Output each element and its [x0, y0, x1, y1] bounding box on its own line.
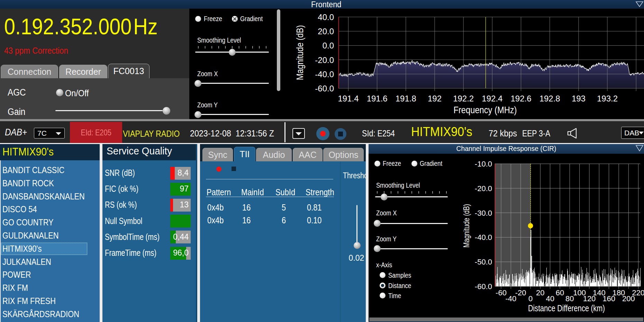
svg-text:-40: -40 [505, 294, 516, 303]
svg-text:120: 120 [583, 294, 596, 303]
svg-text:60: 60 [556, 288, 564, 297]
svg-text:193.2: 193.2 [597, 94, 618, 103]
svg-text:0.0: 0.0 [323, 41, 334, 50]
svg-text:-60: -60 [496, 288, 507, 297]
svg-text:193: 193 [572, 94, 586, 103]
svg-text:200: 200 [622, 294, 635, 303]
svg-text:-20.0: -20.0 [475, 184, 492, 193]
svg-text:20.0: 20.0 [318, 27, 334, 36]
svg-text:20: 20 [536, 288, 544, 297]
svg-text:-20: -20 [515, 288, 526, 297]
svg-text:191.6: 191.6 [367, 94, 388, 103]
svg-text:-10.0: -10.0 [475, 160, 492, 168]
svg-text:192.4: 192.4 [482, 94, 502, 103]
svg-text:-20.0: -20.0 [315, 55, 334, 65]
svg-text:Distance Difference (km): Distance Difference (km) [528, 303, 605, 313]
svg-text:191.8: 191.8 [396, 94, 416, 103]
svg-text:192.2: 192.2 [453, 94, 474, 103]
svg-text:-60.0: -60.0 [315, 84, 334, 93]
svg-text:40.0: 40.0 [318, 12, 334, 22]
svg-text:-50.0: -50.0 [475, 258, 492, 266]
svg-text:191.4: 191.4 [338, 94, 359, 103]
svg-text:40: 40 [546, 294, 554, 303]
svg-text:Frequency (MHz): Frequency (MHz) [454, 105, 517, 115]
svg-text:-40.0: -40.0 [475, 233, 492, 242]
svg-text:-60.0: -60.0 [475, 282, 492, 291]
svg-text:Magnitude (dB): Magnitude (dB) [462, 204, 471, 248]
svg-text:Magnitude (dB): Magnitude (dB) [295, 25, 305, 80]
svg-text:192: 192 [428, 94, 442, 103]
svg-text:160: 160 [602, 294, 615, 303]
svg-text:-40.0: -40.0 [315, 70, 334, 79]
svg-text:192.6: 192.6 [510, 94, 531, 103]
svg-text:80: 80 [565, 294, 574, 303]
svg-text:192.8: 192.8 [539, 94, 560, 103]
svg-text:0: 0 [528, 294, 533, 303]
svg-text:-30.0: -30.0 [475, 209, 492, 217]
